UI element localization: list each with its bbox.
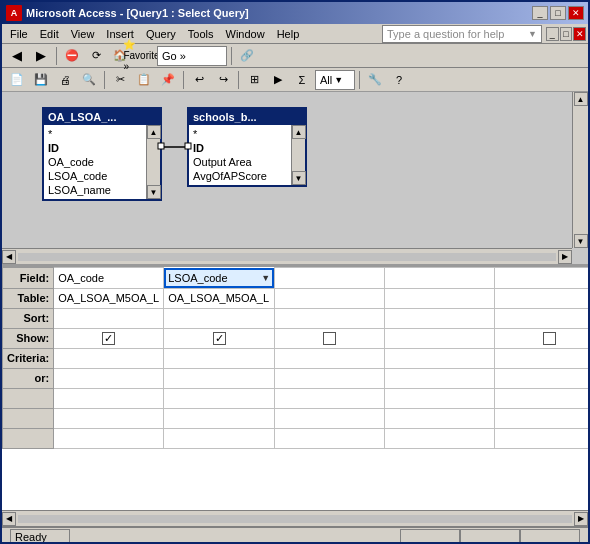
field-dropdown-arrow[interactable]: ▼ [261,273,270,283]
run-button[interactable]: ▶ [267,70,289,90]
extra-cell-2-2[interactable] [164,408,275,428]
maximize-button[interactable]: □ [550,6,566,20]
field-cell-2[interactable]: LSOA_code ▼ [164,268,274,288]
extra-cell-3-2[interactable] [164,428,275,448]
table-view-button[interactable]: ⊞ [243,70,265,90]
extra-cell-3-3[interactable] [275,428,385,448]
new-button[interactable]: 📄 [6,70,28,90]
criteria-cell-4[interactable] [385,348,495,368]
field-cell-5[interactable] [495,268,588,289]
schools-scroll-up[interactable]: ▲ [292,125,306,139]
stop-button[interactable]: ⛔ [61,46,83,66]
designer-hscroll-right[interactable]: ▶ [558,250,572,264]
or-cell-1[interactable] [54,368,164,388]
show-check-2[interactable] [213,332,226,345]
extra-cell-1-5[interactable] [495,388,588,408]
menu-window[interactable]: Window [220,26,271,42]
help-x-btn[interactable]: ✕ [573,27,586,41]
table-cell-4[interactable] [385,288,495,308]
extra-cell-2-5[interactable] [495,408,588,428]
links-button[interactable]: 🔗 [236,46,258,66]
paste-button[interactable]: 📌 [157,70,179,90]
schools-field-avgapscore[interactable]: AvgOfAPScore [191,169,289,183]
help2-button[interactable]: ? [388,70,410,90]
forward-button[interactable]: ▶ [30,46,52,66]
sort-cell-1[interactable] [54,308,164,328]
show-cell-2[interactable] [164,328,275,348]
minimize-button[interactable]: _ [532,6,548,20]
oa-scroll-up[interactable]: ▲ [147,125,161,139]
sort-cell-2[interactable] [164,308,275,328]
extra-cell-1-3[interactable] [275,388,385,408]
menu-edit[interactable]: Edit [34,26,65,42]
designer-scroll-down[interactable]: ▼ [574,234,588,248]
oa-table[interactable]: OA_LSOA_... * ID OA_code LSOA_code LSOA_… [42,107,162,201]
extra-cell-2-1[interactable] [54,408,164,428]
back-button[interactable]: ◀ [6,46,28,66]
or-cell-5[interactable] [495,368,588,388]
extra-cell-3-4[interactable] [385,428,495,448]
designer-vscroll[interactable]: ▲ ▼ [572,92,588,248]
extra-cell-2-3[interactable] [275,408,385,428]
extra-cell-2-4[interactable] [385,408,495,428]
show-cell-3[interactable] [275,328,385,348]
redo-button[interactable]: ↪ [212,70,234,90]
cut-button[interactable]: ✂ [109,70,131,90]
extra-cell-3-1[interactable] [54,428,164,448]
criteria-cell-3[interactable] [275,348,385,368]
help-close-btn[interactable]: _ [546,27,559,41]
table-cell-1[interactable]: OA_LSOA_M5OA_L [54,288,164,308]
show-check-5[interactable] [543,332,556,345]
menu-view[interactable]: View [65,26,101,42]
all-dropdown[interactable]: All ▼ [315,70,355,90]
refresh-button[interactable]: ⟳ [85,46,107,66]
extra-cell-1-4[interactable] [385,388,495,408]
table-cell-2[interactable]: OA_LSOA_M5OA_L [164,288,275,308]
or-cell-2[interactable] [164,368,275,388]
designer-scroll-up[interactable]: ▲ [574,92,588,106]
extra-cell-1-1[interactable] [54,388,164,408]
field-cell-1[interactable]: OA_code [54,268,164,289]
or-cell-4[interactable] [385,368,495,388]
menu-help[interactable]: Help [271,26,306,42]
sort-cell-3[interactable] [275,308,385,328]
oa-field-id[interactable]: ID [46,141,144,155]
show-cell-4[interactable] [385,328,495,348]
designer-hscroll[interactable]: ◀ ▶ [2,248,572,264]
go-dropdown[interactable]: Go » [157,46,227,66]
field-cell-4[interactable] [385,268,495,289]
criteria-cell-2[interactable] [164,348,275,368]
menu-file[interactable]: File [4,26,34,42]
undo-button[interactable]: ↩ [188,70,210,90]
grid-hscroll-left[interactable]: ◀ [2,512,16,526]
extra-cell-1-2[interactable] [164,388,275,408]
sort-cell-4[interactable] [385,308,495,328]
schools-field-star[interactable]: * [191,127,289,141]
help-search-box[interactable]: Type a question for help ▼ [382,25,542,43]
schools-table[interactable]: schools_b... * ID Output Area AvgOfAPSco… [187,107,307,187]
sigma-button[interactable]: Σ [291,70,313,90]
grid-hscroll[interactable]: ◀ ▶ [2,510,588,526]
close-button[interactable]: ✕ [568,6,584,20]
criteria-cell-1[interactable] [54,348,164,368]
designer-hscroll-left[interactable]: ◀ [2,250,16,264]
help-max-btn[interactable]: □ [560,27,573,41]
table-cell-3[interactable] [275,288,385,308]
menu-tools[interactable]: Tools [182,26,220,42]
oa-field-lsoaname[interactable]: LSOA_name [46,183,144,197]
schools-scroll-down[interactable]: ▼ [292,171,306,185]
save-button[interactable]: 💾 [30,70,52,90]
schools-field-outputarea[interactable]: Output Area [191,155,289,169]
show-check-3[interactable] [323,332,336,345]
table-cell-5[interactable] [495,288,588,308]
criteria-cell-5[interactable] [495,348,588,368]
schools-field-id[interactable]: ID [191,141,289,155]
favorites-button[interactable]: ⭐ Favorites » [133,46,155,66]
sort-cell-5[interactable] [495,308,588,328]
show-cell-1[interactable] [54,328,164,348]
oa-field-oacode[interactable]: OA_code [46,155,144,169]
search-button[interactable]: 🔍 [78,70,100,90]
copy-button[interactable]: 📋 [133,70,155,90]
print-button[interactable]: 🖨 [54,70,76,90]
oa-field-lsoacode[interactable]: LSOA_code [46,169,144,183]
